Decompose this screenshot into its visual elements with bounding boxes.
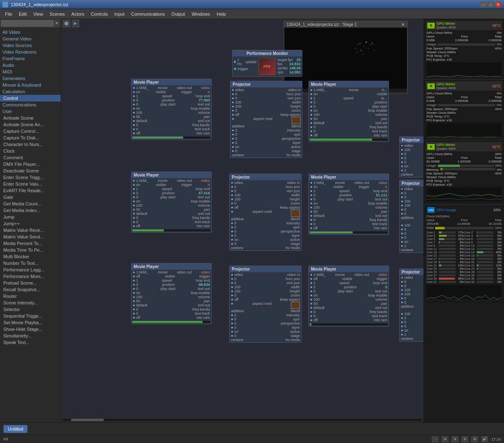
sidebar-category-audio[interactable]: Audio xyxy=(0,62,61,68)
sidebar-category-all-video[interactable]: All Video xyxy=(0,29,61,35)
sidebar-item-character-to-num[interactable]: Character to Num... xyxy=(0,141,61,148)
menu-scenes[interactable]: Scenes xyxy=(46,11,68,17)
sidebar-item-get-media-count[interactable]: Get Media Count... xyxy=(0,200,61,207)
cpu-brand: CPU Usage xyxy=(436,208,457,212)
menu-input[interactable]: Input xyxy=(111,11,127,17)
menu-edit[interactable]: Edit xyxy=(16,11,30,17)
gpu3-usage: 39% xyxy=(495,152,502,156)
sidebar-item-recall-snapshot[interactable]: Recall Snapshot... xyxy=(0,286,61,293)
sidebar-item-gate[interactable]: Gate xyxy=(0,194,61,200)
sidebar-item-router[interactable]: Router xyxy=(0,293,61,299)
menu-windows[interactable]: Windows xyxy=(188,11,214,17)
sidebar-item-evart-file-reade[interactable]: EvART File Reade... xyxy=(0,187,61,194)
sidebar-item-clock[interactable]: Clock xyxy=(0,148,61,154)
gpu1-mem-used: 0.008 xyxy=(426,38,435,42)
sidebar-item-number-to-text[interactable]: Number To Text... xyxy=(0,260,61,266)
sidebar-item-show-hide-stage[interactable]: Show-Hide Stage... xyxy=(0,326,61,332)
maximize-button[interactable]: □ xyxy=(488,2,494,7)
menu-help[interactable]: Help xyxy=(213,11,229,17)
sidebar-category-control[interactable]: Control xyxy=(0,95,61,101)
gpu2-brand: GPU Meter xyxy=(436,82,456,86)
cpu-core-label-10: Core 10 xyxy=(464,244,476,247)
sidebar-item-selector[interactable]: Selector xyxy=(0,306,61,313)
sidebar-category-generators[interactable]: Generators xyxy=(0,75,61,82)
sidebar-item-activate-scene[interactable]: Activate Scene xyxy=(0,115,61,121)
sidebar-item-deactivate-scene[interactable]: Deactivate Scene xyxy=(0,167,61,174)
search-input[interactable] xyxy=(1,20,54,26)
sidebar-category-general-video[interactable]: General Video xyxy=(0,35,61,42)
gpu3-usage-bar: Usage: 39% xyxy=(426,163,502,168)
cpu-core-row-23: Core 23 0% xyxy=(426,267,464,270)
sidebar-item-enter-scene-valu[interactable]: Enter Scene Valu... xyxy=(0,181,61,187)
sidebar-item-performance-moni[interactable]: Performance Moni... xyxy=(0,273,61,280)
scrollbar-thumb-h[interactable] xyxy=(71,419,104,421)
sidebar-item-capture-control[interactable]: Capture Control... xyxy=(0,128,61,134)
gpu2-chart xyxy=(426,123,502,137)
sidebar-item-dmx-file-player[interactable]: DMX File Player... xyxy=(0,161,61,167)
stage-preview-close[interactable]: ✕ xyxy=(401,22,405,27)
cpu-core-row-14: Core 14 40% xyxy=(464,251,502,254)
sidebar-item-media-time-to-pe[interactable]: Media Time To Pe... xyxy=(0,247,61,253)
gpu2-total: 2.000GB xyxy=(488,99,502,103)
sidebar-item-get-media-index[interactable]: Get Media Index... xyxy=(0,207,61,214)
sidebar-category-calculation[interactable]: Calculation xyxy=(0,88,61,95)
sidebar-item-performance-logg[interactable]: Performance Logg... xyxy=(0,266,61,273)
menu-output[interactable]: Output xyxy=(168,11,188,17)
cpu-mem-total-label: Total xyxy=(495,218,502,222)
cpu-core-val-30: 0% xyxy=(494,277,502,280)
proj-bl-title: Projector xyxy=(230,266,301,272)
menu-controls[interactable]: Controls xyxy=(87,11,111,17)
close-button[interactable]: ✕ xyxy=(495,2,502,7)
sidebar-item-enter-scene-trigg[interactable]: Enter Scene Trigg... xyxy=(0,174,61,181)
sidebar-item-sequential-trigge[interactable]: Sequential Trigge... xyxy=(0,313,61,319)
sidebar-item-set-movie-playba[interactable]: Set Movie Playba... xyxy=(0,319,61,326)
canvas-area[interactable]: 130424_1_videoprojector.izz : Stage 1 ✕ xyxy=(61,19,424,422)
sidebar-item-speak-text[interactable]: Speak Text... xyxy=(0,339,61,346)
minimize-button[interactable]: ─ xyxy=(480,2,487,7)
projector-1: Projector ● videovideo in ● 0horz pos ● … xyxy=(230,81,302,158)
sidebar-item-jump[interactable]: Jump xyxy=(0,214,61,220)
sidebar-item-capture-to-disk[interactable]: Capture To Disk... xyxy=(0,134,61,141)
untitled-tab[interactable]: Untitled xyxy=(3,425,28,433)
cpu-core-bar-bg-2 xyxy=(477,231,494,233)
close-search-icon[interactable]: ✕ xyxy=(54,21,59,26)
gpu1-shader-row: Shader Clock:0MHz xyxy=(426,50,502,54)
sidebar-item-simultaneity[interactable]: Simultaneity... xyxy=(0,332,61,339)
sidebar-category-midi[interactable]: MIDI xyxy=(0,68,61,75)
sidebar-item-matrix-value-send[interactable]: Matrix Value Send... xyxy=(0,233,61,240)
sidebar-category-user[interactable]: User xyxy=(0,108,61,115)
toolbar-icon-1[interactable] xyxy=(63,20,70,27)
cpu-core-bar-fill-16 xyxy=(477,254,478,257)
menu-file[interactable]: File xyxy=(2,11,16,17)
cpu-mem-used: 2651MB xyxy=(426,222,439,226)
status-icon-6: 🔊 xyxy=(481,436,488,442)
window-controls[interactable]: ─ □ ✕ xyxy=(480,2,502,7)
sidebar-category-video-renderers[interactable]: Video Renderers xyxy=(0,49,61,55)
sidebar-item-comment[interactable]: Comment xyxy=(0,154,61,161)
cpu-core-val-2: 3% xyxy=(494,231,502,234)
sidebar-category-freeframe[interactable]: FreeFrame xyxy=(0,55,61,62)
gpu2-clock: GPU Clock:0MHz xyxy=(426,92,452,95)
sidebar-item-multi-blocker[interactable]: Multi Blocker xyxy=(0,253,61,260)
canvas-scrollbar-h[interactable] xyxy=(61,417,424,422)
gpu2-shader: Shader Clock:0MHz xyxy=(426,111,502,115)
sidebar-category-mouse-keyboard[interactable]: Mouse & Keyboard xyxy=(0,82,61,88)
sidebar-item-preload-scene[interactable]: Preload Scene... xyxy=(0,280,61,286)
sidebar-category-communications[interactable]: Communications xyxy=(0,101,61,108)
scrollbar-track-h[interactable] xyxy=(63,419,422,421)
toolbar-icon-2[interactable] xyxy=(72,20,79,27)
menu-communications[interactable]: Communications xyxy=(128,11,168,17)
performance-monitor-node: Performance Monitor 1 Hz update trigger … xyxy=(232,50,302,77)
cpu-core-bar-bg-30 xyxy=(477,278,494,280)
sidebar-item-matrix-value-rece[interactable]: Matrix Value Rece... xyxy=(0,227,61,233)
sidebar-item-scene-intensity[interactable]: Scene Intensity... xyxy=(0,299,61,306)
menu-actors[interactable]: Actors xyxy=(68,11,87,17)
cpu-core-bar-bg-16 xyxy=(477,254,494,257)
cpu-core-bar-bg-28 xyxy=(477,274,494,276)
sidebar-item-activate-scene-an[interactable]: Activate Scene An... xyxy=(0,121,61,128)
sidebar-item-jump-plus-plus[interactable]: Jump++ xyxy=(0,220,61,227)
sidebar-category-video-sources[interactable]: Video Sources xyxy=(0,42,61,49)
sidebar-item-media-percent-to[interactable]: Media Percent To... xyxy=(0,240,61,247)
menu-view[interactable]: View xyxy=(30,11,47,17)
cpu-core-row-8: Core 8 0% xyxy=(464,241,502,244)
